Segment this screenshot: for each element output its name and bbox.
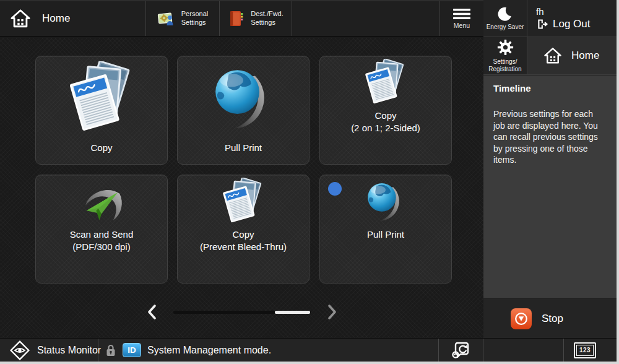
tile-copy-2on1-2sided[interactable]: Copy(2 on 1; 2-Sided) xyxy=(319,56,452,165)
menu-button[interactable]: Menu xyxy=(440,1,483,36)
header-spacer xyxy=(292,1,439,36)
tile-label-line1: Pull Print xyxy=(367,228,404,241)
settings-registration-button[interactable]: Settings/ Registration xyxy=(483,37,527,74)
dest-fwd-settings-button[interactable]: Dest./Fwd. Settings xyxy=(220,1,292,36)
tile-pull-print[interactable]: Pull Print xyxy=(177,56,310,165)
timeline-panel: Timeline Previous settings for each job … xyxy=(483,76,619,298)
moon-icon xyxy=(498,6,513,21)
chevron-left-icon xyxy=(147,304,157,320)
previous-page-button[interactable] xyxy=(146,303,157,321)
copy-documents-icon xyxy=(362,59,409,107)
tile-label-line1: Copy xyxy=(200,228,287,241)
log-out-button[interactable]: fh Log Out xyxy=(527,0,619,37)
status-monitor-icon xyxy=(10,340,30,360)
status-bar-divider xyxy=(483,339,483,362)
dest-fwd-settings-label-2: Settings xyxy=(251,19,284,27)
chevron-right-icon xyxy=(327,304,337,320)
timeline-title: Timeline xyxy=(493,83,610,93)
status-bar-divider xyxy=(563,339,564,362)
pager-thumb[interactable] xyxy=(275,311,311,314)
tile-copy-prevent-bleed-thru[interactable]: Copy(Prevent Bleed-Thru) xyxy=(177,175,310,284)
notification-dot xyxy=(328,182,342,196)
tile-label-line1: Copy xyxy=(351,110,420,122)
page-scrollbar[interactable] xyxy=(173,311,311,314)
copy-documents-icon xyxy=(65,59,138,137)
numeric-keypad-button[interactable]: 123 xyxy=(574,339,596,362)
logged-in-user: fh xyxy=(536,6,619,17)
top-header: Home Personal Settings xyxy=(0,0,483,37)
paper-plane-icon xyxy=(75,178,128,226)
globe-icon xyxy=(207,59,280,137)
device-bezel-right xyxy=(617,0,619,364)
id-badge: ID xyxy=(123,343,141,357)
keypad-label: 123 xyxy=(576,345,594,356)
menu-label: Menu xyxy=(454,22,470,29)
next-page-button[interactable] xyxy=(327,303,338,321)
language-switch-button[interactable] xyxy=(450,339,471,362)
system-management-status: ID System Management mode. xyxy=(105,339,271,362)
lock-icon xyxy=(105,344,116,357)
copy-documents-icon xyxy=(220,178,267,226)
home-tiles-area: Copy Pull Print Copy(2 on 1; 2-Sided) Sc… xyxy=(0,38,483,338)
speech-refresh-icon xyxy=(450,340,471,361)
tile-scan-and-send[interactable]: Scan and Send(PDF/300 dpi) xyxy=(35,175,168,284)
timeline-description: Previous settings for each job are displ… xyxy=(493,108,605,166)
tile-label-line1: Pull Print xyxy=(225,142,262,154)
home-icon xyxy=(543,46,562,65)
tile-copy[interactable]: Copy xyxy=(35,56,168,165)
address-book-icon xyxy=(228,9,245,28)
home-button[interactable]: Home xyxy=(0,1,145,36)
status-monitor-label: Status Monitor xyxy=(37,345,101,356)
panel-home-label: Home xyxy=(571,50,599,62)
system-message: System Management mode. xyxy=(147,345,271,356)
tile-label-line1: Scan and Send xyxy=(70,228,134,241)
stop-icon xyxy=(511,308,532,329)
dest-fwd-settings-label-1: Dest./Fwd. xyxy=(251,10,284,19)
status-bar-divider xyxy=(98,339,98,362)
gear-icon xyxy=(497,39,514,56)
tile-label-line1: Copy xyxy=(90,142,112,154)
energy-saver-label: Energy Saver xyxy=(487,24,524,31)
log-out-icon xyxy=(536,18,548,30)
tile-label-line2: (PDF/300 dpi) xyxy=(70,241,134,253)
status-monitor-button[interactable]: Status Monitor xyxy=(10,339,101,362)
settings-registration-label-2: Registration xyxy=(488,66,521,72)
home-icon xyxy=(10,8,31,29)
log-out-label: Log Out xyxy=(553,18,591,30)
settings-registration-label-1: Settings/ xyxy=(493,58,517,65)
right-panel: Energy Saver fh Log Out xyxy=(483,0,619,338)
stop-button[interactable]: Stop xyxy=(483,298,619,338)
page-navigation xyxy=(0,303,483,321)
panel-home-button[interactable]: Home xyxy=(527,37,619,74)
stop-label: Stop xyxy=(542,313,563,325)
personal-settings-button[interactable]: Personal Settings xyxy=(146,1,219,36)
canon-home-screen: Home Personal Settings xyxy=(0,0,619,364)
personal-settings-label-2: Settings xyxy=(181,19,208,27)
device-bezel-bottom xyxy=(0,362,619,364)
personal-settings-label-1: Personal xyxy=(181,10,208,19)
home-label: Home xyxy=(42,12,70,25)
tile-label-line2: (Prevent Bleed-Thru) xyxy=(200,241,287,253)
globe-icon xyxy=(362,178,409,226)
status-bar: Status Monitor ID System Management mode… xyxy=(0,338,619,362)
tile-pull-print-2[interactable]: Pull Print xyxy=(319,175,452,284)
status-bar-divider xyxy=(438,339,439,362)
personal-settings-icon xyxy=(157,9,176,28)
hamburger-menu-icon xyxy=(453,9,470,19)
energy-saver-button[interactable]: Energy Saver xyxy=(483,0,527,37)
keypad-123-icon: 123 xyxy=(574,342,596,358)
tile-label-line2: (2 on 1; 2-Sided) xyxy=(351,122,420,134)
